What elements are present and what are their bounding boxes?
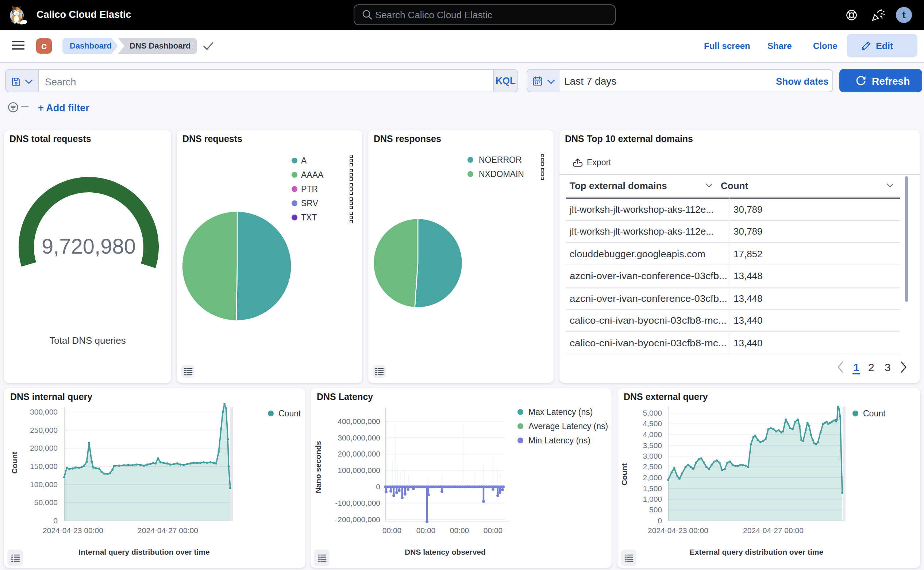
svg-text:9,720,980: 9,720,980 <box>41 234 136 258</box>
svg-text:2024-04-23 00:00: 2024-04-23 00:00 <box>648 526 708 535</box>
svg-text:azcni-over-ivan-conference-03c: azcni-over-ivan-conference-03cfb... <box>570 270 727 281</box>
svg-text:13,448: 13,448 <box>734 270 763 281</box>
svg-text:Max Latency (ns): Max Latency (ns) <box>529 407 593 417</box>
svg-text:00:00: 00:00 <box>450 526 469 535</box>
svg-text:3,500: 3,500 <box>643 441 662 450</box>
svg-text:1,000: 1,000 <box>643 495 662 503</box>
svg-text:5,000: 5,000 <box>643 409 662 417</box>
svg-text:Top external domains: Top external domains <box>570 180 667 191</box>
svg-text:2024-04-27 00:00: 2024-04-27 00:00 <box>138 526 198 535</box>
svg-text:13,440: 13,440 <box>734 337 763 348</box>
svg-text:250,000: 250,000 <box>30 426 58 434</box>
svg-text:2,500: 2,500 <box>643 462 662 471</box>
svg-text:calico-cni-ivan-byocni-03cfb8-: calico-cni-ivan-byocni-03cfb8-mc... <box>570 315 726 326</box>
svg-text:1,500: 1,500 <box>643 484 662 493</box>
svg-text:50,000: 50,000 <box>34 498 58 507</box>
svg-text:clouddebugger.googleapis.com: clouddebugger.googleapis.com <box>570 248 705 259</box>
svg-text:0: 0 <box>657 516 662 525</box>
svg-text:100,000: 100,000 <box>30 480 58 489</box>
svg-text:Internal query distribution ov: Internal query distribution over time <box>78 548 210 556</box>
svg-text:AAAA: AAAA <box>301 170 324 179</box>
svg-text:Min Latency (ns): Min Latency (ns) <box>529 436 590 445</box>
svg-text:SRV: SRV <box>301 199 319 208</box>
svg-text:Count: Count <box>721 180 748 191</box>
svg-text:Export: Export <box>587 158 611 167</box>
svg-text:2,000: 2,000 <box>643 473 662 482</box>
svg-text:13,448: 13,448 <box>734 293 763 304</box>
svg-text:150,000: 150,000 <box>30 462 58 470</box>
svg-text:External query distribution ov: External query distribution over time <box>690 548 823 556</box>
svg-text:3,000: 3,000 <box>643 452 662 460</box>
svg-text:4,500: 4,500 <box>643 419 662 428</box>
svg-text:jlt-worksh-jlt-workshop-aks-11: jlt-worksh-jlt-workshop-aks-112e... <box>569 226 714 237</box>
svg-text:NXDOMAIN: NXDOMAIN <box>479 169 524 179</box>
svg-text:Total DNS queries: Total DNS queries <box>49 335 126 346</box>
svg-text:2: 2 <box>868 361 874 373</box>
svg-text:-200,000,000: -200,000,000 <box>335 515 380 524</box>
svg-text:13,440: 13,440 <box>734 315 763 326</box>
svg-text:300,000: 300,000 <box>30 408 58 416</box>
svg-text:300,000,000: 300,000,000 <box>337 434 380 442</box>
svg-text:-100,000,000: -100,000,000 <box>335 499 380 507</box>
svg-text:2024-04-23 00:00: 2024-04-23 00:00 <box>43 526 103 535</box>
svg-text:Average Latency (ns): Average Latency (ns) <box>529 421 608 431</box>
svg-text:00:00: 00:00 <box>382 526 402 535</box>
svg-text:100,000,000: 100,000,000 <box>337 466 380 474</box>
svg-text:azcni-over-ivan-conference-03c: azcni-over-ivan-conference-03cfb... <box>570 293 727 304</box>
svg-text:A: A <box>301 156 307 165</box>
svg-text:DNS latency observed: DNS latency observed <box>405 548 486 556</box>
svg-text:200,000: 200,000 <box>30 444 58 452</box>
svg-text:30,789: 30,789 <box>734 204 763 215</box>
svg-text:200,000,000: 200,000,000 <box>337 450 380 458</box>
svg-text:0: 0 <box>376 483 380 491</box>
svg-text:17,852: 17,852 <box>734 248 763 259</box>
svg-text:Count: Count <box>863 409 886 418</box>
svg-text:Nano seconds: Nano seconds <box>314 441 322 493</box>
svg-text:3: 3 <box>884 361 891 373</box>
svg-text:0: 0 <box>53 516 58 525</box>
svg-text:NOERROR: NOERROR <box>479 155 522 165</box>
svg-text:Count: Count <box>279 409 301 418</box>
svg-text:400,000,000: 400,000,000 <box>337 417 380 426</box>
svg-text:30,789: 30,789 <box>734 226 763 237</box>
svg-text:TXT: TXT <box>301 213 317 222</box>
svg-text:00:00: 00:00 <box>416 526 436 535</box>
svg-text:00:00: 00:00 <box>484 526 503 535</box>
svg-text:Count: Count <box>620 463 628 486</box>
svg-text:2024-04-27 00:00: 2024-04-27 00:00 <box>743 526 804 535</box>
svg-text:PTR: PTR <box>301 184 318 194</box>
svg-text:1: 1 <box>853 361 860 373</box>
svg-text:4,000: 4,000 <box>643 430 662 439</box>
svg-text:calico-cni-ivan-byocni-03cfb8-: calico-cni-ivan-byocni-03cfb8-mc... <box>570 337 726 348</box>
svg-text:jlt-worksh-jlt-workshop-aks-11: jlt-worksh-jlt-workshop-aks-112e... <box>569 204 714 215</box>
svg-text:500: 500 <box>649 506 662 514</box>
svg-text:Count: Count <box>10 452 18 474</box>
